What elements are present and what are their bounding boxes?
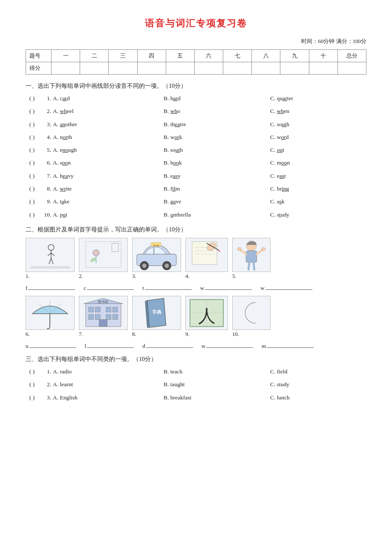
section1-question-row-3: ( )3.A. anotherB. theatreC. south: [26, 119, 366, 130]
answer-hint-10: m: [262, 341, 314, 350]
svg-rect-43: [89, 307, 94, 312]
hint-letter-5: w: [260, 285, 264, 292]
answer-hint-6: u: [26, 341, 76, 350]
section1-title: 一、选出下列每组单词中画线部分读音不同的一项。（10分）: [26, 82, 366, 90]
svg-rect-51: [99, 320, 107, 327]
answer-blank-4[interactable]: [205, 283, 252, 290]
choice-c-6: C. moon: [270, 158, 355, 168]
section1-question-row-1: ( )1.A. cardB. hardC. quarter: [26, 93, 366, 104]
s3-choice-b-2: B. taught: [164, 379, 270, 390]
answer-bracket-5[interactable]: ( ): [26, 145, 38, 155]
answer-bracket-4[interactable]: ( ): [26, 132, 38, 142]
image-1: [26, 238, 75, 272]
s3-answer-bracket-1[interactable]: ( ): [26, 367, 38, 377]
q-num-7: 7.: [38, 171, 51, 181]
choice-b-3: B. theatre: [164, 119, 270, 130]
section1-question-row-8: ( )8.A. writeB. filmC. bring: [26, 184, 366, 194]
svg-rect-47: [89, 315, 94, 320]
answer-blank-9[interactable]: [206, 341, 253, 348]
img-label-10: 10.: [232, 331, 239, 338]
q-num-1: 1.: [38, 93, 51, 104]
hint-letter-2: c: [84, 285, 86, 292]
image-item-2: 2.: [79, 238, 128, 280]
svg-line-8: [51, 258, 53, 264]
answer-blank-7[interactable]: [87, 341, 134, 348]
img-label-6: 6.: [26, 331, 30, 338]
svg-point-13: [89, 257, 97, 263]
answer-bracket-8[interactable]: ( ): [26, 184, 38, 194]
image-item-5: 5.: [232, 238, 271, 280]
svg-line-36: [254, 263, 254, 270]
answer-bracket-3[interactable]: ( ): [26, 119, 38, 130]
answer-line-row-1: f c t w w: [26, 283, 366, 292]
score-table-header-3: 三: [109, 50, 137, 62]
answer-blank-3[interactable]: [145, 283, 192, 290]
image-item-10: 10.: [232, 296, 271, 338]
answer-blank-6[interactable]: [29, 341, 76, 348]
answer-blank-2[interactable]: [87, 283, 134, 290]
svg-rect-14: [112, 243, 118, 252]
svg-text:人: 人: [198, 306, 216, 326]
svg-rect-9: [86, 242, 121, 267]
choice-c-9: C. ask: [270, 197, 355, 207]
s3-choice-c-3: C. lunch: [270, 393, 355, 403]
img-label-5: 5.: [232, 273, 236, 280]
q-num-10: 10.: [38, 210, 51, 220]
choice-b-6: B. book: [164, 158, 270, 168]
img-label-1: 1.: [26, 273, 30, 280]
svg-point-33: [237, 247, 242, 251]
q-num-9: 9.: [38, 197, 51, 207]
choice-c-3: C. south: [270, 119, 355, 130]
score-table-cell-8: [252, 62, 280, 75]
s3-answer-bracket-2[interactable]: ( ): [26, 379, 38, 390]
answer-bracket-2[interactable]: ( ): [26, 106, 38, 116]
image-10: [232, 296, 271, 330]
choice-c-7: C. east: [270, 171, 355, 181]
answer-bracket-7[interactable]: ( ): [26, 171, 38, 181]
s3-choice-a-2: A. learnt: [53, 379, 164, 390]
image-item-1: 1.: [26, 238, 75, 280]
answer-blank-10[interactable]: [267, 341, 314, 348]
svg-rect-45: [106, 307, 111, 312]
svg-point-17: [142, 263, 147, 268]
image-item-8: 字典 8.: [132, 296, 181, 338]
image-item-7: 图书馆 7.: [79, 296, 128, 338]
answer-hint-8: d: [142, 341, 193, 350]
image-9: 人: [185, 296, 228, 330]
section3-title: 三、选出下列每组单词中不同类的一项。（10分）: [26, 356, 366, 363]
s3-answer-bracket-3[interactable]: ( ): [26, 393, 38, 403]
choice-a-6: A. soon: [53, 158, 164, 168]
s3-q-num-3: 3.: [38, 393, 51, 403]
image-7: 图书馆: [79, 296, 128, 330]
score-table-header-8: 八: [252, 50, 280, 62]
answer-blank-1[interactable]: [28, 283, 75, 290]
answer-blank-5[interactable]: [265, 283, 312, 290]
score-table-header-7: 七: [223, 50, 252, 62]
answer-bracket-6[interactable]: ( ): [26, 158, 38, 168]
q-num-6: 6.: [38, 158, 51, 168]
q-num-3: 3.: [38, 119, 51, 130]
svg-point-3: [48, 245, 54, 251]
img-label-8: 8.: [132, 331, 136, 338]
section1-question-row-9: ( )9.A. takeB. gaveC. ask: [26, 197, 366, 207]
choice-b-5: B. south: [164, 145, 270, 155]
answer-hint-3: t: [142, 283, 192, 292]
s3-choice-c-2: C. study: [270, 379, 355, 390]
svg-text:TAXI: TAXI: [153, 243, 159, 246]
s3-choice-b-3: B. breakfast: [164, 393, 270, 403]
score-table-header-9: 九: [280, 50, 309, 62]
answer-bracket-1[interactable]: ( ): [26, 93, 38, 104]
answer-blank-8[interactable]: [146, 341, 193, 348]
choice-a-7: A. heavy: [53, 171, 164, 181]
score-table-cell-11: [337, 62, 366, 75]
section1-question-row-6: ( )6.A. soonB. bookC. moon: [26, 158, 366, 168]
image-item-6: 6.: [26, 296, 75, 338]
answer-bracket-10[interactable]: ( ): [26, 210, 38, 220]
q-num-4: 4.: [38, 132, 51, 142]
q-num-8: 8.: [38, 184, 51, 194]
answer-bracket-9[interactable]: ( ): [26, 197, 38, 207]
img-label-2: 2.: [79, 273, 83, 280]
choice-a-2: A. wheel: [53, 106, 164, 116]
image-6: [26, 296, 75, 330]
svg-line-35: [248, 263, 249, 270]
